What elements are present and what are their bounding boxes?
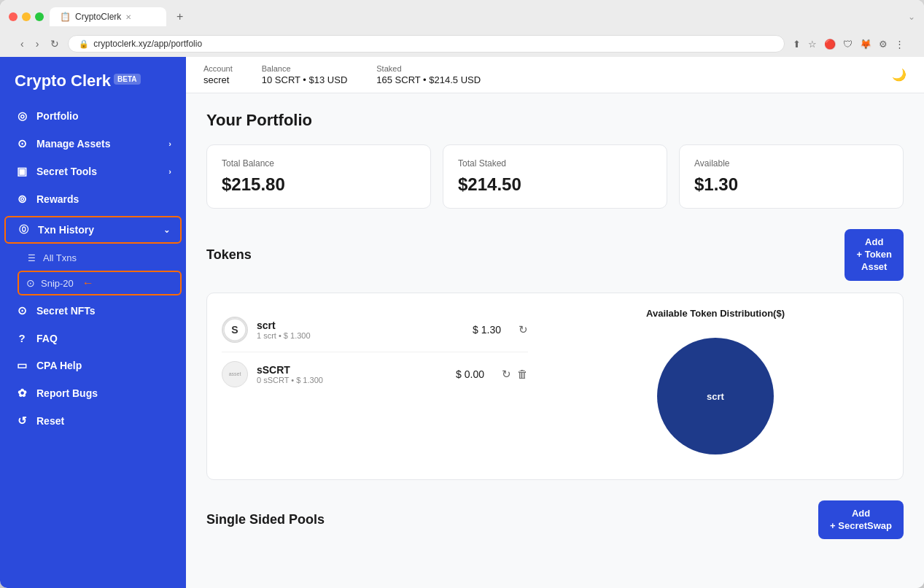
sidebar-snip20-label: Snip-20 — [41, 278, 74, 289]
forward-button[interactable]: › — [33, 36, 42, 51]
add-token-line1: Add — [865, 236, 883, 247]
app-container: Crypto ClerkBETA ◎ Portfolio ⊙ Manage As… — [0, 57, 924, 588]
lock-icon: 🔒 — [79, 39, 89, 49]
share-icon[interactable]: ⬆ — [791, 37, 803, 51]
reload-button[interactable]: ↻ — [47, 36, 62, 51]
logo-text: Crypto Clerk — [15, 71, 111, 90]
sidebar: Crypto ClerkBETA ◎ Portfolio ⊙ Manage As… — [0, 57, 186, 588]
new-tab-button[interactable]: + — [172, 9, 187, 25]
available-label: Available — [694, 158, 888, 169]
scrt-info: scrt 1 scrt • $ 1.300 — [257, 320, 464, 340]
more-icon[interactable]: ⋮ — [893, 37, 906, 51]
scrollable-content: Your Portfolio Total Balance $215.80 Tot… — [186, 93, 924, 588]
total-staked-card: Total Staked $214.50 — [443, 144, 667, 209]
scrt-value: $ 1.30 — [473, 324, 501, 336]
total-balance-card: Total Balance $215.80 — [206, 144, 431, 209]
sidebar-cpa-help-label: CPA Help — [36, 360, 82, 371]
scrt-icon: S — [222, 317, 248, 343]
extension4-icon[interactable]: ⚙ — [877, 37, 890, 51]
back-button[interactable]: ‹ — [18, 36, 27, 51]
topbar: Account secret Balance 10 SCRT • $13 USD… — [186, 57, 924, 93]
pools-section-header: Single Sided Pools Add + SecretSwap — [206, 500, 904, 540]
sscrt-sub: 0 sSCRT • $ 1.300 — [257, 376, 447, 384]
sscrt-actions: ↻ 🗑 — [502, 368, 528, 381]
tab-close-button[interactable]: ✕ — [125, 13, 131, 21]
account-value: secret — [203, 74, 233, 85]
all-txns-icon: ☰ — [28, 253, 36, 263]
summary-cards: Total Balance $215.80 Total Staked $214.… — [206, 144, 904, 209]
portfolio-icon: ◎ — [15, 109, 29, 123]
sidebar-reset-label: Reset — [36, 415, 64, 427]
manage-assets-chevron: › — [168, 139, 171, 148]
sidebar-item-cpa-help[interactable]: ▭ CPA Help — [0, 352, 186, 379]
sscrt-value: $ 0.00 — [456, 368, 484, 380]
extension3-icon[interactable]: 🦊 — [858, 37, 874, 51]
sidebar-portfolio-label: Portfolio — [36, 110, 79, 122]
reset-icon: ↺ — [15, 414, 29, 428]
manage-assets-icon: ⊙ — [15, 137, 29, 150]
tokens-list: S scrt 1 scrt • $ 1.300 $ 1.30 ↻ — [222, 308, 528, 465]
snip20-icon: ⊙ — [26, 277, 35, 289]
available-value: $1.30 — [694, 174, 888, 195]
sidebar-rewards-label: Rewards — [36, 193, 79, 205]
secret-nfts-icon: ⊙ — [15, 304, 29, 317]
add-secretswap-button[interactable]: Add + SecretSwap — [818, 500, 904, 540]
dark-mode-toggle[interactable]: 🌙 — [892, 68, 906, 82]
sidebar-subitem-all-txns[interactable]: ☰ All Txns — [0, 247, 186, 269]
address-bar[interactable]: 🔒 cryptoclerk.xyz/app/portfolio — [68, 35, 785, 53]
sidebar-secret-nfts-label: Secret NFTs — [36, 305, 96, 317]
sidebar-subitem-snip20[interactable]: ⊙ Snip-20 ← — [18, 271, 182, 295]
faq-icon: ? — [15, 332, 29, 344]
tokens-title: Tokens — [206, 247, 252, 263]
pools-title: Single Sided Pools — [206, 512, 325, 527]
browser-tabs-row: 📋 CryptoClerk ✕ + ⌄ — [9, 7, 915, 26]
tab-favicon: 📋 — [60, 12, 71, 22]
sidebar-item-portfolio[interactable]: ◎ Portfolio — [0, 102, 186, 130]
add-token-line3: Asset — [861, 261, 887, 272]
scrt-refresh-button[interactable]: ↻ — [519, 323, 528, 336]
sidebar-item-faq[interactable]: ? FAQ — [0, 325, 186, 352]
sidebar-manage-assets-label: Manage Assets — [36, 138, 110, 150]
sidebar-txn-history-label: Txn History — [38, 224, 94, 236]
window-chevron[interactable]: ⌄ — [908, 12, 915, 22]
token-row-sscrt: asset sSCRT 0 sSCRT • $ 1.300 $ 0.00 ↻ 🗑 — [222, 352, 528, 396]
scrt-sub: 1 scrt • $ 1.300 — [257, 331, 464, 340]
sidebar-item-rewards[interactable]: ⊚ Rewards — [0, 185, 186, 213]
total-staked-label: Total Staked — [458, 158, 652, 169]
snip20-arrow: ← — [82, 276, 94, 290]
traffic-lights — [9, 12, 44, 21]
secret-tools-chevron: › — [168, 167, 171, 176]
chart-area: Available Token Distribution($) scrt — [543, 308, 888, 465]
minimize-traffic-light[interactable] — [22, 12, 31, 21]
sscrt-refresh-button[interactable]: ↻ — [502, 368, 511, 381]
tab-title: CryptoClerk — [75, 12, 121, 22]
txn-history-chevron: ⌄ — [163, 225, 170, 235]
sscrt-delete-button[interactable]: 🗑 — [517, 368, 528, 380]
sidebar-item-secret-tools[interactable]: ▣ Secret Tools › — [0, 158, 186, 185]
extension2-icon[interactable]: 🛡 — [841, 37, 855, 51]
sidebar-item-secret-nfts[interactable]: ⊙ Secret NFTs — [0, 297, 186, 325]
sscrt-info: sSCRT 0 sSCRT • $ 1.300 — [257, 364, 447, 384]
bookmark-icon[interactable]: ☆ — [806, 37, 819, 51]
sidebar-item-manage-assets[interactable]: ⊙ Manage Assets › — [0, 130, 186, 158]
scrt-actions: ↻ — [519, 323, 528, 336]
main-content-area: Account secret Balance 10 SCRT • $13 USD… — [186, 57, 924, 588]
rewards-icon: ⊚ — [15, 193, 29, 206]
sidebar-item-txn-history[interactable]: ⓪ Txn History ⌄ — [4, 216, 182, 244]
sidebar-item-reset[interactable]: ↺ Reset — [0, 407, 186, 435]
svg-text:S: S — [231, 324, 238, 336]
fullscreen-traffic-light[interactable] — [35, 12, 44, 21]
balance-section: Balance 10 SCRT • $13 USD — [262, 64, 348, 85]
total-balance-value: $215.80 — [222, 174, 416, 195]
scrt-name: scrt — [257, 320, 464, 331]
sidebar-item-report-bugs[interactable]: ✿ Report Bugs — [0, 379, 186, 407]
close-traffic-light[interactable] — [9, 12, 18, 21]
svg-text:scrt: scrt — [707, 391, 725, 402]
browser-tab[interactable]: 📋 CryptoClerk ✕ — [50, 7, 166, 26]
staked-label: Staked — [376, 64, 481, 73]
tokens-section-header: Tokens Add + Token Asset — [206, 229, 904, 281]
add-token-button[interactable]: Add + Token Asset — [845, 229, 904, 281]
add-secretswap-line2: + SecretSwap — [830, 520, 892, 531]
staked-section: Staked 165 SCRT • $214.5 USD — [376, 64, 481, 85]
extension1-icon[interactable]: 🔴 — [822, 37, 838, 51]
